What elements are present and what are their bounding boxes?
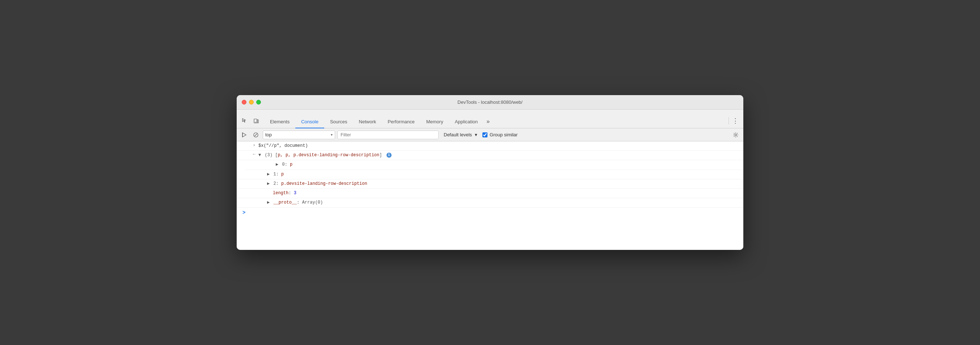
console-input-text: $x("//p", document) (258, 143, 740, 149)
input-code: $x("//p", document) (258, 143, 308, 148)
item0-text: ▶ 0: p (276, 161, 740, 168)
console-result-text: ▼ (3) [p, p, p.devsite-landing-row-descr… (258, 152, 740, 159)
devtools-window: DevTools - localhost:8080/web/ Elements (237, 95, 743, 250)
cursor-symbol: > (237, 210, 245, 216)
inspect-element-button[interactable] (240, 116, 250, 126)
console-proto-row: ▶ __proto__: Array(0) (237, 198, 743, 208)
tab-application[interactable]: Application (449, 115, 484, 129)
tab-memory[interactable]: Memory (420, 115, 449, 129)
expand-triangle-icon[interactable]: ▼ (258, 153, 261, 158)
prompt-symbol: › (253, 143, 256, 148)
length-colon: : (288, 191, 293, 196)
console-toolbar: top ▾ Default levels ▾ Group similar (237, 129, 743, 141)
more-tabs-button[interactable]: » (484, 115, 493, 128)
log-levels-button[interactable]: Default levels ▾ (441, 130, 480, 139)
item0-label: 0: (282, 162, 290, 167)
console-length-row: length: 3 (237, 189, 743, 198)
maximize-button[interactable] (256, 100, 261, 105)
item2-text: ▶ 2: p.devsite-landing-row-description (267, 180, 740, 187)
group-similar-label: Group similar (490, 132, 517, 137)
close-button[interactable] (242, 100, 247, 105)
console-item-2-row: ▶ 2: p.devsite-landing-row-description (237, 180, 743, 189)
traffic-lights (242, 100, 261, 105)
group-similar-checkbox[interactable] (482, 132, 487, 137)
length-key: length (273, 191, 288, 196)
result-items: p, p, p.devsite-landing-row-description (278, 153, 379, 158)
item1-value: p (281, 172, 284, 177)
length-value: 3 (294, 191, 296, 196)
console-result-row: ← ▼ (3) [p, p, p.devsite-landing-row-des… (237, 151, 743, 160)
back-arrow-icon: ← (253, 152, 256, 157)
result-paren-close: ] (379, 153, 382, 158)
window-title: DevTools - localhost:8080/web/ (457, 99, 523, 105)
run-script-button[interactable] (240, 130, 249, 140)
tab-console[interactable]: Console (295, 115, 324, 129)
item1-expand-icon[interactable]: ▶ (267, 172, 270, 177)
item2-expand-icon[interactable]: ▶ (267, 181, 270, 186)
result-gutter: ← (237, 152, 258, 157)
item2-label: 2: (273, 181, 281, 186)
toolbar-icons (240, 116, 261, 128)
proto-colon: : (297, 200, 302, 205)
toolbar-right: ⋮ (727, 116, 740, 128)
main-toolbar: Elements Console Sources Network Perform… (237, 110, 743, 129)
tab-network[interactable]: Network (353, 115, 382, 129)
item1-label: 1: (273, 172, 281, 177)
svg-line-6 (255, 134, 257, 136)
minimize-button[interactable] (249, 100, 254, 105)
tab-elements[interactable]: Elements (264, 115, 295, 129)
device-toggle-button[interactable] (251, 116, 261, 126)
console-cursor-row[interactable]: > (237, 208, 743, 218)
item1-text: ▶ 1: p (267, 171, 740, 178)
console-item-0-row: ▶ 0: p (245, 160, 743, 170)
clear-console-button[interactable] (251, 130, 261, 140)
proto-expand-icon[interactable]: ▶ (267, 200, 270, 205)
item2-value: p.devsite-landing-row-description (281, 181, 368, 186)
tabs: Elements Console Sources Network Perform… (264, 110, 493, 128)
proto-key: __proto__ (273, 200, 297, 205)
svg-point-7 (735, 134, 737, 136)
tab-performance[interactable]: Performance (382, 115, 420, 129)
context-select-value: top (265, 132, 329, 137)
titlebar: DevTools - localhost:8080/web/ (237, 95, 743, 110)
info-icon[interactable]: i (387, 153, 391, 158)
length-text: length: 3 (273, 190, 740, 197)
context-select[interactable]: top ▾ (263, 130, 335, 139)
item0-expand-icon[interactable]: ▶ (276, 162, 278, 167)
console-item-1-row: ▶ 1: p (237, 170, 743, 180)
svg-marker-3 (242, 133, 246, 137)
devtools-menu-button[interactable]: ⋮ (730, 116, 740, 126)
tab-sources[interactable]: Sources (324, 115, 353, 129)
console-input-row: › $x("//p", document) (237, 141, 743, 151)
item0-value: p (290, 162, 293, 167)
console-prompt-gutter: › (237, 143, 258, 148)
context-select-arrow: ▾ (331, 133, 332, 137)
svg-rect-1 (257, 120, 258, 123)
result-paren-open: (3) [ (264, 153, 278, 158)
console-content: › $x("//p", document) ← ▼ (3) [p, p, p.d… (237, 141, 743, 250)
filter-input[interactable] (337, 130, 439, 139)
proto-text: ▶ __proto__: Array(0) (267, 199, 740, 206)
console-settings-button[interactable] (731, 130, 740, 140)
toolbar-divider (729, 117, 729, 124)
proto-value: Array(0) (302, 200, 323, 205)
